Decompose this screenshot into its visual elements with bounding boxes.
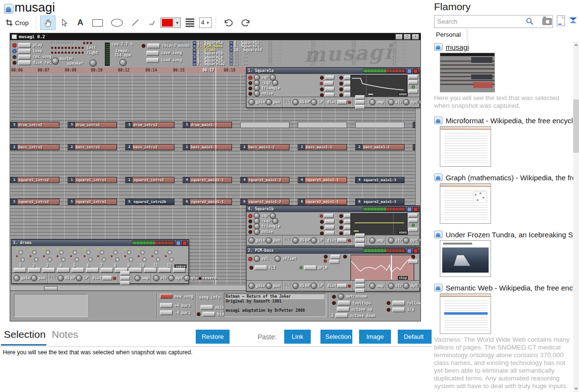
rec-song-label: rec song — [33, 55, 52, 59]
clip-label: drum_intro2 — [18, 123, 43, 127]
tab-notes[interactable]: Notes — [52, 329, 78, 340]
paste-image-button[interactable]: Image — [359, 330, 391, 344]
track-clip: 6square2_main1-3 — [355, 199, 405, 205]
metronome-led — [332, 295, 336, 299]
list-item[interactable]: musagi Here you will see the text that w… — [434, 43, 573, 110]
panel-minimize-button — [407, 207, 412, 212]
scroll-up-arrow[interactable] — [574, 44, 578, 46]
panel-close-button — [413, 69, 418, 73]
str-label: str — [160, 276, 167, 280]
octave-down-button — [335, 313, 348, 318]
level-meter — [363, 69, 405, 73]
snapshot-title[interactable]: musagi — [446, 43, 469, 51]
screenshot-canvas[interactable]: musagi 0.2 – □ × play loop rec song disk… — [10, 33, 421, 321]
paste-default-button[interactable]: Default — [398, 330, 430, 344]
line-width-button[interactable] — [182, 15, 198, 30]
size-select[interactable]: 4 ▼ — [199, 17, 212, 28]
clip-badge: 6 — [184, 199, 190, 205]
search-icon[interactable] — [526, 17, 534, 25]
track-clip: 2bass_intro2 — [125, 144, 174, 150]
text-tool-button[interactable]: A — [73, 15, 87, 30]
redo-button[interactable] — [238, 15, 254, 30]
chip-label: xnes — [398, 92, 408, 96]
time-tick: 00:10 — [91, 68, 102, 73]
instrument-list-faint: 22. -- 23. -- 24. -- 25. -- 26. -- 27. -… — [311, 41, 325, 66]
sidebar-title: Flamory — [434, 1, 471, 13]
snapshot-title[interactable]: Microformat - Wikipedia, the free encycl… — [446, 116, 573, 125]
select-tool-button[interactable] — [57, 15, 72, 30]
snapshot-title[interactable]: Graph (mathematics) - Wikipedia, the fre… — [446, 174, 573, 182]
bottom-toolbar: Selection Notes Restore Paste: Link Sele… — [0, 327, 432, 347]
list-item[interactable]: Under Frozen Tundra, an Icebreaking Ship… — [434, 230, 573, 277]
list-item[interactable]: Semantic Web - Wikipedia, the free encyc… — [434, 283, 573, 390]
track-clip: 2bass_main1-2 — [355, 144, 405, 150]
line-icon — [131, 18, 140, 27]
musagi-window-icon — [12, 34, 17, 39]
lp-label: LP — [318, 100, 323, 104]
freehand-tool-button[interactable] — [145, 15, 159, 30]
clip-label: square2_main1-1 — [306, 200, 339, 204]
transport-controls: play loop rec song disk rec — [13, 43, 52, 65]
panel-titlebar: 1. Square1a — [246, 68, 420, 74]
new-note-icon[interactable] — [557, 15, 565, 26]
str-label: str — [395, 238, 402, 243]
paste-link-button[interactable]: Link — [284, 330, 311, 344]
right-meter — [51, 51, 85, 54]
paste-label: Paste: — [258, 333, 277, 341]
snapshot-title[interactable]: Semantic Web - Wikipedia, the free encyc… — [446, 284, 573, 292]
snapshot-title[interactable]: Under Frozen Tundra, an Icebreaking Ship… — [446, 231, 573, 239]
drum-number: 12 — [162, 263, 176, 268]
rs-label: RS — [300, 238, 304, 243]
clip-label: square2_intro2b — [133, 200, 166, 204]
camera-icon[interactable] — [542, 18, 552, 25]
scrollbar-thumb[interactable] — [573, 100, 579, 153]
clip-badge: 2 — [356, 144, 362, 150]
panel-minimize-button — [407, 69, 412, 73]
paste-selection-button[interactable]: Selection — [320, 330, 352, 344]
sidebar-scrollbar[interactable] — [573, 42, 579, 392]
search-input[interactable] — [434, 15, 553, 28]
comment-box — [14, 294, 87, 317]
snapshot-thumbnail[interactable] — [440, 126, 491, 167]
tab-personal[interactable]: Personal — [434, 29, 467, 42]
flt-label: FLT — [285, 284, 291, 288]
list-item[interactable]: Microformat - Wikipedia, the free encycl… — [434, 116, 573, 167]
divider — [195, 293, 196, 318]
list-item[interactable]: Graph (mathematics) - Wikipedia, the fre… — [434, 173, 573, 224]
hide-button — [203, 312, 215, 317]
crop-button[interactable]: Crop — [2, 15, 32, 30]
tab-selection[interactable]: Selection — [4, 329, 45, 340]
instrument-list-faint: 29. -- 30. -- 31. -- 32. -- 33. -- 34. -… — [351, 41, 365, 66]
ellipse-tool-button[interactable] — [108, 15, 126, 30]
line-tool-button[interactable] — [128, 15, 143, 30]
clip-badge: 4 — [299, 177, 305, 183]
snapshot-thumbnail[interactable] — [440, 293, 491, 334]
load-song-label: load song — [161, 58, 182, 62]
song-info-line1: Batman – Return of the Joker — [226, 294, 324, 299]
rectangle-tool-button[interactable] — [89, 15, 106, 30]
page-title: musagi — [14, 0, 55, 15]
song-info-box: Batman – Return of the Joker Original by… — [224, 293, 326, 317]
clip-badge: 5 — [69, 199, 75, 205]
tooltips-led — [332, 301, 336, 305]
flamory-logo-icon[interactable] — [568, 15, 578, 25]
color-swatch-red — [162, 19, 173, 27]
snapshot-thumbnail[interactable] — [440, 240, 491, 277]
color-picker[interactable]: ▼ — [160, 17, 181, 28]
tooltips-button — [338, 301, 350, 305]
song-buttons: record knobs save song load song — [142, 43, 190, 63]
restore-button[interactable]: Restore — [196, 330, 230, 344]
remove-bars-button — [160, 310, 173, 315]
undo-button[interactable] — [220, 15, 236, 30]
pan-tool-button[interactable] — [40, 15, 56, 30]
instrument-list-faint: 15. -- 16. -- 17. -- 18. -- 19. -- 20. -… — [268, 41, 282, 66]
clip-label: drum_intro2 — [133, 123, 158, 127]
play-led — [13, 44, 16, 47]
scroll-down-arrow[interactable] — [574, 388, 578, 390]
dpcm-button-label: DPCM — [318, 266, 327, 270]
snapshot-thumbnail[interactable] — [440, 183, 491, 224]
track-clip: 2bass_main1-1 — [183, 144, 232, 150]
drum-number: 7 — [95, 263, 108, 268]
snapshot-thumbnail[interactable] — [440, 53, 495, 92]
clip-label: square1_intro2 — [18, 178, 49, 182]
